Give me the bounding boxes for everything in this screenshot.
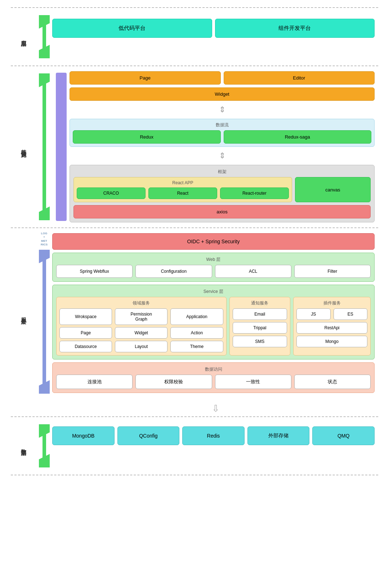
app-boxes-row: 低代码平台 组件开发平台 [52, 19, 375, 38]
framework-inner-row: React APP CRACO React React-router canva… [73, 177, 371, 202]
app-layer-section: 应用层 低代码平台 [11, 7, 378, 65]
react-app-row: CRACO React React-router [77, 187, 289, 199]
infra-layer-label: 基础设施 [20, 145, 27, 148]
sms-box: SMS [233, 336, 287, 347]
infra-layer-label-col: 基础设施 [11, 66, 36, 227]
email-box: Email [233, 308, 287, 320]
app-layer-label: 应用层 [20, 36, 27, 38]
permission-graph-box: Permission Graph [115, 308, 167, 325]
infra-layer-arrow-col [36, 66, 52, 227]
data-arrow-svg [39, 424, 50, 467]
data-access-label: 数据访问 [56, 366, 371, 372]
notify-service-container: 通知服务 Email Trippal SMS [229, 297, 291, 356]
trippal-box: Trippal [233, 322, 287, 334]
service-layer-label-col: 服务层 [11, 228, 36, 401]
infra-purple-bar [56, 73, 67, 221]
theme-box: Theme [170, 341, 223, 352]
service-layer-body: OIDC + Spring Security Web 层 Spring Webf… [52, 228, 378, 401]
service-arrow-svg [39, 250, 50, 394]
datasource-box: Datasource [59, 341, 112, 352]
acl-box: ACL [215, 265, 291, 278]
react-app-container: React APP CRACO React React-router [73, 177, 292, 202]
component-dev-platform-box: 组件开发平台 [215, 19, 375, 38]
data-access-row: 连接池 权限校验 一致性 状态 [56, 375, 371, 389]
action-box: Action [170, 327, 223, 339]
consistency-box: 一致性 [215, 375, 291, 389]
service-inner-row: 领域服务 Wrokspace Permission Graph Applicat… [56, 297, 371, 356]
service-sub-label: Service 层 [56, 289, 371, 295]
architecture-diagram: 应用层 低代码平台 [11, 7, 378, 475]
notify-service-label: 通知服务 [233, 300, 287, 306]
exchange-arrow-1: ⇕ [70, 104, 375, 116]
page-domain-box: Page [59, 327, 112, 339]
redis-box: Redis [182, 426, 245, 445]
data-layer-arrow-col [36, 417, 52, 475]
page-box: Page [70, 71, 221, 85]
axios-box: axios [73, 205, 371, 218]
editor-box: Editor [224, 71, 375, 85]
log-metrics-label: LOG + MET RICS [39, 232, 50, 247]
react-app-label: React APP [77, 180, 289, 185]
web-layer-label: Web 层 [56, 257, 371, 263]
main-container: 应用层 低代码平台 [0, 0, 389, 483]
data-boxes-row: MongoDB QConfig Redis 外部存储 QMQ [52, 426, 375, 445]
app-layer-arrow-col [36, 8, 52, 65]
data-access-container: 数据访问 连接池 权限校验 一致性 状态 [52, 362, 375, 393]
es-box: ES [334, 308, 367, 320]
restapi-box: RestApi [296, 322, 367, 334]
plugin-row2: RestApi [296, 322, 367, 334]
infra-arrow-svg [39, 73, 50, 220]
domain-row1: Wrokspace Permission Graph Application [59, 308, 223, 325]
craco-box: CRACO [77, 187, 146, 199]
domain-service-container: 领域服务 Wrokspace Permission Graph Applicat… [56, 297, 227, 356]
workspace-box: Wrokspace [59, 308, 112, 325]
service-sub-container: Service 层 领域服务 Wrokspace Permission Grap… [52, 285, 375, 359]
web-items-row: Spring Webflux Configuration ACL Filter [56, 265, 371, 278]
react-router-box: React-router [220, 187, 289, 199]
framework-container: 框架 React APP CRACO React React-router [70, 165, 375, 222]
domain-row2: Page Widget Action [59, 327, 223, 339]
status-box: 状态 [294, 375, 371, 389]
canvas-box: canvas [295, 177, 371, 202]
notify-row3: SMS [233, 336, 287, 347]
layout-box: Layout [115, 341, 167, 352]
framework-label: 框架 [73, 169, 371, 175]
notify-row1: Email [233, 308, 287, 320]
mongo-box: Mongo [296, 336, 367, 347]
redux-saga-box: Redux-saga [224, 130, 372, 144]
app-arrow-svg [39, 15, 50, 58]
infra-content: Page Editor Widget ⇕ 数据流 Redux Redux [70, 71, 375, 222]
plugin-service-container: 插件服务 JS ES RestApi Mongo [293, 297, 371, 356]
infra-layer-body: Page Editor Widget ⇕ 数据流 Redux Redux [52, 66, 378, 227]
plugin-service-label: 插件服务 [296, 300, 367, 306]
data-layer-label-col: 数据层 [11, 417, 36, 475]
infra-layer-section: 基础设施 [11, 65, 378, 227]
spring-webflux-box: Spring Webflux [56, 265, 133, 278]
plugin-row3: Mongo [296, 336, 367, 347]
connection-pool-box: 连接池 [56, 375, 133, 389]
page-editor-row: Page Editor [70, 71, 375, 85]
qconfig-box: QConfig [117, 426, 180, 445]
service-layer-arrow-col: LOG + MET RICS [36, 228, 52, 401]
redux-box: Redux [73, 130, 221, 144]
service-layer-label: 服务层 [20, 313, 27, 316]
down-arrow-section: ⇩ [11, 401, 378, 416]
external-storage-box: 外部存储 [247, 426, 310, 445]
dataflow-label: 数据流 [73, 122, 371, 128]
web-layer-container: Web 层 Spring Webflux Configuration ACL F… [52, 253, 375, 282]
app-layer-body: 低代码平台 组件开发平台 [52, 8, 378, 65]
dataflow-row: Redux Redux-saga [73, 130, 371, 144]
exchange-arrow-2: ⇕ [70, 150, 375, 162]
permission-verify-box: 权限校验 [135, 375, 212, 389]
widget-box: Widget [70, 87, 375, 101]
qmq-box: QMQ [312, 426, 375, 445]
data-layer-body: MongoDB QConfig Redis 外部存储 QMQ [52, 417, 378, 475]
notify-row2: Trippal [233, 322, 287, 334]
service-layer-section: 服务层 LOG + MET RICS [11, 227, 378, 401]
mongodb-box: MongoDB [52, 426, 115, 445]
js-box: JS [296, 308, 330, 320]
configuration-box: Configuration [135, 265, 212, 278]
filter-box: Filter [294, 265, 371, 278]
app-layer-label-col: 应用层 [11, 8, 36, 65]
application-box: Application [170, 308, 223, 325]
